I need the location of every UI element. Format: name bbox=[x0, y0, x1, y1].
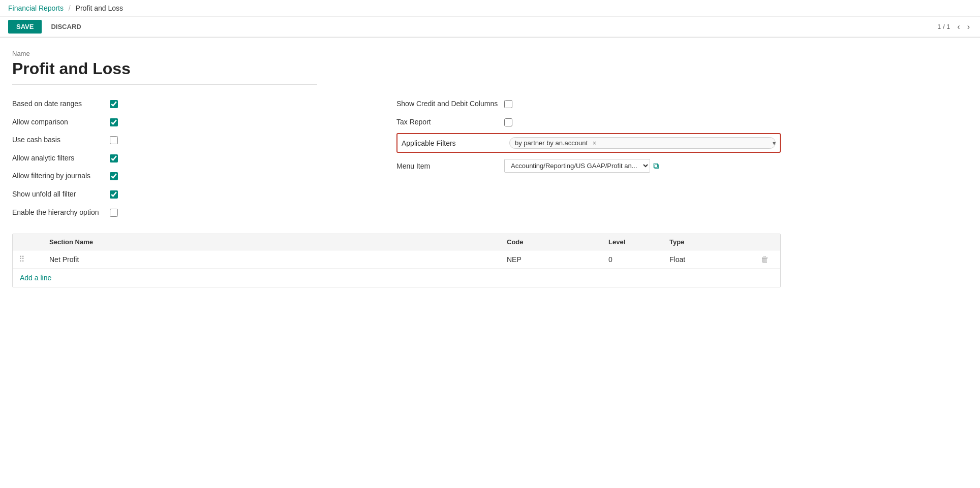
left-field-label-2: Use cash basis bbox=[12, 135, 104, 145]
left-field-label-6: Enable the hierarchy option bbox=[12, 208, 104, 218]
left-field-label-0: Based on date ranges bbox=[12, 99, 104, 109]
filter-tags-container[interactable]: by partner by an.account × bbox=[509, 137, 776, 149]
left-field-row-2: Use cash basis bbox=[12, 131, 396, 149]
cell-type: Float bbox=[663, 255, 755, 264]
prev-page-button[interactable]: ‹ bbox=[955, 22, 962, 31]
tax-report-checkbox-wrap bbox=[504, 118, 512, 126]
delete-row-button[interactable]: 🗑 bbox=[761, 255, 769, 264]
left-field-label-3: Allow analytic filters bbox=[12, 153, 104, 164]
left-field-checkbox-wrap-2 bbox=[110, 136, 118, 144]
show-credit-debit-checkbox-wrap bbox=[504, 100, 512, 108]
left-field-checkbox-2[interactable] bbox=[110, 136, 118, 144]
table-row: ⠿ Net Profit NEP 0 Float 🗑 bbox=[13, 250, 780, 269]
breadcrumb-parent[interactable]: Financial Reports bbox=[8, 4, 64, 12]
left-field-row-0: Based on date ranges bbox=[12, 95, 396, 113]
applicable-filters-row: Applicable Filters by partner by an.acco… bbox=[396, 133, 781, 153]
left-field-checkbox-6[interactable] bbox=[110, 209, 118, 217]
breadcrumb-separator: / bbox=[69, 4, 71, 12]
cell-level: 0 bbox=[602, 255, 663, 264]
tax-report-checkbox[interactable] bbox=[504, 118, 512, 126]
left-field-row-1: Allow comparison bbox=[12, 113, 396, 132]
menu-item-select-wrap: Accounting/Reporting/US GAAP/Profit an..… bbox=[504, 159, 659, 173]
next-page-button[interactable]: › bbox=[965, 22, 972, 31]
external-link-icon[interactable]: ⧉ bbox=[653, 161, 659, 171]
cell-delete[interactable]: 🗑 bbox=[755, 255, 780, 264]
breadcrumb: Financial Reports / Profit and Loss bbox=[0, 0, 980, 17]
left-field-label-5: Show unfold all filter bbox=[12, 189, 104, 200]
table-col-code: Code bbox=[501, 238, 602, 246]
left-field-row-5: Show unfold all filter bbox=[12, 185, 396, 204]
cell-section-name: Net Profit bbox=[43, 255, 501, 264]
name-label: Name bbox=[12, 50, 781, 57]
menu-item-select[interactable]: Accounting/Reporting/US GAAP/Profit an..… bbox=[504, 159, 650, 173]
add-line-container: Add a line bbox=[13, 269, 780, 287]
left-field-row-4: Allow filtering by journals bbox=[12, 167, 396, 185]
left-field-checkbox-wrap-3 bbox=[110, 154, 118, 162]
left-field-label-1: Allow comparison bbox=[12, 117, 104, 127]
left-field-checkbox-wrap-6 bbox=[110, 209, 118, 217]
table-section: Section Name Code Level Type ⠿ Net Profi… bbox=[12, 234, 781, 287]
left-field-row-3: Allow analytic filters bbox=[12, 149, 396, 168]
left-field-row-6: Enable the hierarchy option bbox=[12, 204, 396, 222]
add-line-button[interactable]: Add a line bbox=[13, 269, 58, 287]
applicable-filters-dropdown-icon[interactable]: ▾ bbox=[773, 140, 776, 147]
left-field-checkbox-wrap-1 bbox=[110, 118, 118, 126]
show-credit-debit-row: Show Credit and Debit Columns bbox=[396, 95, 781, 113]
discard-button[interactable]: DISCARD bbox=[46, 20, 86, 34]
left-field-checkbox-3[interactable] bbox=[110, 154, 118, 162]
pagination: 1 / 1 ‹ › bbox=[937, 22, 972, 31]
show-credit-debit-label: Show Credit and Debit Columns bbox=[396, 99, 498, 109]
top-bar: Financial Reports / Profit and Loss SAVE… bbox=[0, 0, 980, 38]
record-title: Profit and Loss bbox=[12, 59, 317, 85]
table-col-drag bbox=[13, 238, 43, 246]
left-field-label-4: Allow filtering by journals bbox=[12, 171, 104, 181]
right-fields: Show Credit and Debit Columns Tax Report… bbox=[396, 95, 781, 221]
filter-tag: by partner by an.account bbox=[515, 139, 588, 147]
applicable-filters-label: Applicable Filters bbox=[402, 139, 503, 147]
left-field-checkbox-wrap-0 bbox=[110, 100, 118, 108]
table-col-type: Type bbox=[663, 238, 755, 246]
page-label: 1 / 1 bbox=[937, 23, 950, 30]
left-field-checkbox-4[interactable] bbox=[110, 172, 118, 180]
fields-grid: Based on date rangesAllow comparisonUse … bbox=[12, 95, 781, 221]
menu-item-label: Menu Item bbox=[396, 162, 498, 170]
toolbar: SAVE DISCARD 1 / 1 ‹ › bbox=[0, 17, 980, 37]
filter-tag-remove[interactable]: × bbox=[593, 140, 596, 147]
show-credit-debit-checkbox[interactable] bbox=[504, 100, 512, 108]
table-col-actions bbox=[755, 238, 780, 246]
table-header: Section Name Code Level Type bbox=[13, 234, 780, 250]
tax-report-label: Tax Report bbox=[396, 117, 498, 127]
left-field-checkbox-wrap-4 bbox=[110, 172, 118, 180]
table-col-section-name: Section Name bbox=[43, 238, 501, 246]
left-fields: Based on date rangesAllow comparisonUse … bbox=[12, 95, 396, 221]
table-col-level: Level bbox=[602, 238, 663, 246]
menu-item-row: Menu Item Accounting/Reporting/US GAAP/P… bbox=[396, 155, 781, 177]
left-field-checkbox-5[interactable] bbox=[110, 190, 118, 199]
breadcrumb-current: Profit and Loss bbox=[76, 4, 123, 12]
drag-handle[interactable]: ⠿ bbox=[13, 254, 43, 264]
main-content: Name Profit and Loss Based on date range… bbox=[0, 38, 793, 300]
left-field-checkbox-wrap-5 bbox=[110, 190, 118, 199]
cell-code: NEP bbox=[501, 255, 602, 264]
save-button[interactable]: SAVE bbox=[8, 20, 42, 34]
left-field-checkbox-1[interactable] bbox=[110, 118, 118, 126]
tax-report-row: Tax Report bbox=[396, 113, 781, 132]
left-field-checkbox-0[interactable] bbox=[110, 100, 118, 108]
